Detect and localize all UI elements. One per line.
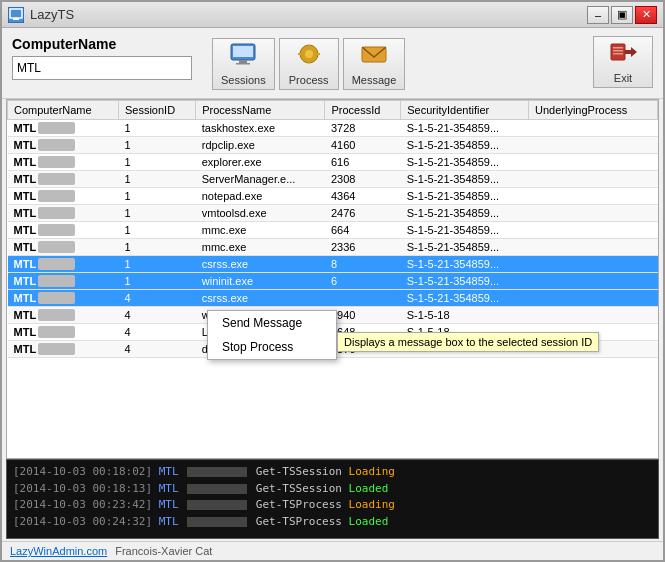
svg-rect-5 (236, 63, 250, 65)
minimize-button[interactable]: – (587, 6, 609, 24)
table-row[interactable]: MTL 1notepad.exe4364S-1-5-21-354859... (8, 188, 658, 205)
table-cell (529, 154, 658, 171)
col-header-pid: ProcessId (325, 101, 401, 120)
sessions-label: Sessions (221, 74, 266, 86)
message-icon (360, 42, 388, 72)
svg-rect-1 (13, 18, 19, 20)
process-button[interactable]: Process (279, 38, 339, 90)
table-cell: 4 (118, 290, 195, 307)
table-cell: 4364 (325, 188, 401, 205)
table-row[interactable]: MTL 1taskhostex.exe3728S-1-5-21-354859..… (8, 120, 658, 137)
table-cell: 2308 (325, 171, 401, 188)
table-cell: wininit.exe (196, 273, 325, 290)
title-bar: LazyTS – ▣ ✕ (2, 2, 663, 28)
table-cell: 1 (118, 171, 195, 188)
close-button[interactable]: ✕ (635, 6, 657, 24)
table-cell: 1 (118, 137, 195, 154)
toolbar: ComputerName Sessions (2, 28, 663, 99)
process-icon (295, 42, 323, 72)
toolbar-buttons: Sessions Process (212, 38, 405, 90)
table-row[interactable]: MTL 1wininit.exe6S-1-5-21-354859... (8, 273, 658, 290)
svg-rect-17 (613, 50, 623, 52)
col-header-process: ProcessName (196, 101, 325, 120)
log-entry: [2014-10-03 00:18:13] MTL Get-TSSession … (13, 481, 652, 498)
log-entry: [2014-10-03 00:24:32] MTL Get-TSProcess … (13, 514, 652, 531)
table-cell: S-1-5-21-354859... (401, 120, 529, 137)
log-date: [2014-10-03 00:18:02] (13, 465, 152, 478)
maximize-button[interactable]: ▣ (611, 6, 633, 24)
main-content: ComputerName SessionID ProcessName Proce… (2, 99, 663, 560)
table-row[interactable]: MTL 1ServerManager.e...2308S-1-5-21-3548… (8, 171, 658, 188)
context-stop-process[interactable]: Stop Process (208, 335, 336, 359)
table-cell: mmc.exe (196, 239, 325, 256)
log-status: Loading (349, 498, 395, 511)
svg-marker-15 (631, 47, 637, 57)
table-row[interactable]: MTL 1vmtoolsd.exe2476S-1-5-21-354859... (8, 205, 658, 222)
col-header-underlying: UnderlyingProcess (529, 101, 658, 120)
svg-rect-8 (308, 45, 310, 49)
log-command: Get-TSSession (256, 465, 342, 478)
col-header-computer: ComputerName (8, 101, 119, 120)
table-cell: 4 (118, 324, 195, 341)
process-table-container[interactable]: ComputerName SessionID ProcessName Proce… (6, 99, 659, 459)
log-computer: MTL (159, 498, 179, 511)
sessions-icon (229, 42, 257, 72)
table-cell: S-1-5-21-354859... (401, 154, 529, 171)
svg-rect-11 (316, 53, 320, 55)
message-button[interactable]: Message (343, 38, 406, 90)
table-cell: MTL (8, 154, 119, 171)
table-cell: ServerManager.e... (196, 171, 325, 188)
table-header-row: ComputerName SessionID ProcessName Proce… (8, 101, 658, 120)
svg-rect-0 (10, 9, 22, 18)
table-cell: MTL (8, 120, 119, 137)
table-cell: MTL (8, 188, 119, 205)
context-send-message[interactable]: Send Message (208, 311, 336, 335)
footer-author: Francois-Xavier Cat (115, 545, 212, 557)
context-menu: Send Message Stop Process (207, 310, 337, 360)
table-row[interactable]: MTL 1mmc.exe2336S-1-5-21-354859... (8, 239, 658, 256)
log-entry: [2014-10-03 00:23:42] MTL Get-TSProcess … (13, 497, 652, 514)
svg-rect-13 (611, 44, 625, 60)
table-cell: S-1-5-21-354859... (401, 273, 529, 290)
table-cell (529, 222, 658, 239)
log-computer: MTL (159, 515, 179, 528)
table-cell: MTL (8, 222, 119, 239)
table-cell: 1 (118, 222, 195, 239)
table-cell: csrss.exe (196, 290, 325, 307)
table-cell: S-1-5-21-354859... (401, 290, 529, 307)
table-row[interactable]: MTL 1explorer.exe616S-1-5-21-354859... (8, 154, 658, 171)
table-row[interactable]: MTL 1mmc.exe664S-1-5-21-354859... (8, 222, 658, 239)
table-cell (529, 171, 658, 188)
log-date: [2014-10-03 00:24:32] (13, 515, 152, 528)
table-cell: MTL (8, 307, 119, 324)
table-cell: MTL (8, 239, 119, 256)
log-censored (187, 500, 247, 510)
table-cell: MTL (8, 290, 119, 307)
table-cell: 1 (118, 188, 195, 205)
tooltip: Displays a message box to the selected s… (337, 332, 599, 352)
footer-link[interactable]: LazyWinAdmin.com (10, 545, 107, 557)
sessions-button[interactable]: Sessions (212, 38, 275, 90)
svg-rect-10 (298, 53, 302, 55)
log-censored (187, 517, 247, 527)
table-cell: MTL (8, 341, 119, 358)
svg-point-7 (305, 50, 313, 58)
exit-button[interactable]: Exit (593, 36, 653, 88)
log-entry: [2014-10-03 00:18:02] MTL Get-TSSession … (13, 464, 652, 481)
computer-input[interactable] (12, 56, 192, 80)
log-command: Get-TSProcess (256, 498, 342, 511)
log-censored (187, 467, 247, 477)
log-area: [2014-10-03 00:18:02] MTL Get-TSSession … (6, 459, 659, 539)
log-status: Loading (349, 465, 395, 478)
table-row[interactable]: MTL 1rdpclip.exe4160S-1-5-21-354859... (8, 137, 658, 154)
log-command: Get-TSProcess (256, 515, 342, 528)
table-cell: MTL (8, 273, 119, 290)
table-cell: 1 (118, 273, 195, 290)
table-cell: S-1-5-21-354859... (401, 188, 529, 205)
table-row[interactable]: MTL 1csrss.exe8S-1-5-21-354859... (8, 256, 658, 273)
log-date: [2014-10-03 00:18:13] (13, 482, 152, 495)
table-row[interactable]: MTL 4csrss.exeS-1-5-21-354859... (8, 290, 658, 307)
table-cell: MTL (8, 324, 119, 341)
table-cell (529, 205, 658, 222)
table-cell (529, 256, 658, 273)
